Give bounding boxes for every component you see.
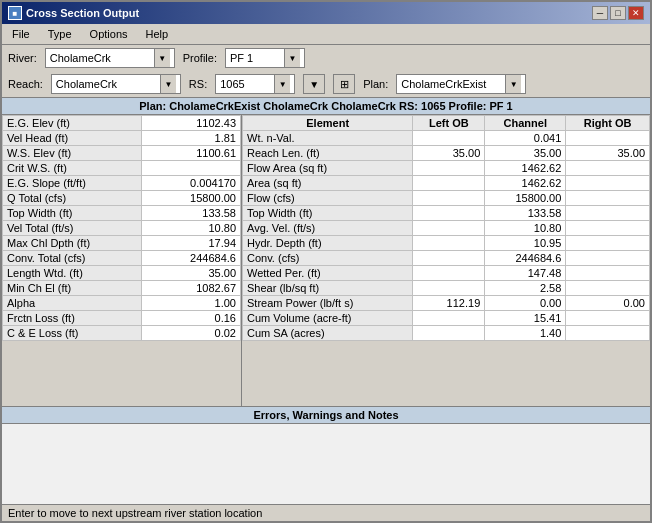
table-row: Cum Volume (acre-ft)15.41 — [243, 311, 650, 326]
river-label: River: — [8, 52, 37, 64]
minimize-button[interactable]: ─ — [592, 6, 608, 20]
table-row: Top Width (ft)133.58 — [243, 206, 650, 221]
rs-input[interactable] — [216, 75, 274, 93]
toolbar-row1: River: ▼ Profile: ▼ — [2, 45, 650, 71]
right-table-value: 15.41 — [485, 311, 566, 326]
reach-label: Reach: — [8, 78, 43, 90]
rs-label: RS: — [189, 78, 207, 90]
right-table-value: 147.48 — [485, 266, 566, 281]
left-table-label: Frctn Loss (ft) — [3, 311, 142, 326]
main-content: E.G. Elev (ft)1102.43Vel Head (ft)1.81W.… — [2, 115, 650, 406]
right-table-value — [413, 131, 485, 146]
right-table-element: Hydr. Depth (ft) — [243, 236, 413, 251]
left-table-label: Conv. Total (cfs) — [3, 251, 142, 266]
reach-input[interactable] — [52, 75, 160, 93]
left-table-label: Vel Head (ft) — [3, 131, 142, 146]
bottom-section: Errors, Warnings and Notes Enter to move… — [2, 406, 650, 521]
table-row: Flow Area (sq ft)1462.62 — [243, 161, 650, 176]
right-table-value — [566, 311, 650, 326]
left-table-label: Q Total (cfs) — [3, 191, 142, 206]
left-table-value: 1102.43 — [141, 116, 240, 131]
plan-combo[interactable]: ▼ — [396, 74, 526, 94]
col-element: Element — [243, 116, 413, 131]
right-table-value — [413, 176, 485, 191]
table-row: Q Total (cfs)15800.00 — [3, 191, 241, 206]
left-table-label: E.G. Slope (ft/ft) — [3, 176, 142, 191]
right-table-value — [566, 131, 650, 146]
table-row: E.G. Slope (ft/ft)0.004170 — [3, 176, 241, 191]
profile-dropdown-btn[interactable]: ▼ — [284, 49, 300, 67]
close-button[interactable]: ✕ — [628, 6, 644, 20]
river-input[interactable] — [46, 49, 154, 67]
plan-input[interactable] — [397, 75, 505, 93]
left-table-label: Length Wtd. (ft) — [3, 266, 142, 281]
right-data-table: Element Left OB Channel Right OB Wt. n-V… — [242, 115, 650, 341]
right-table-element: Top Width (ft) — [243, 206, 413, 221]
right-table-value — [566, 176, 650, 191]
status-bar: Enter to move to next upstream river sta… — [2, 504, 650, 521]
menu-options[interactable]: Options — [84, 26, 134, 42]
table-row: E.G. Elev (ft)1102.43 — [3, 116, 241, 131]
right-table-value — [566, 206, 650, 221]
table-row: Shear (lb/sq ft)2.58 — [243, 281, 650, 296]
river-dropdown-btn[interactable]: ▼ — [154, 49, 170, 67]
rs-nav-icon-btn[interactable]: ⊞ — [333, 74, 355, 94]
right-table-value: 244684.6 — [485, 251, 566, 266]
right-table-value: 2.58 — [485, 281, 566, 296]
right-table-value — [566, 326, 650, 341]
right-table-value: 112.19 — [413, 296, 485, 311]
menu-type[interactable]: Type — [42, 26, 78, 42]
right-table-value — [413, 161, 485, 176]
right-table-value: 1462.62 — [485, 176, 566, 191]
title-buttons: ─ □ ✕ — [592, 6, 644, 20]
profile-combo[interactable]: ▼ — [225, 48, 305, 68]
rs-nav-down-btn[interactable]: ▼ — [303, 74, 325, 94]
reach-dropdown-btn[interactable]: ▼ — [160, 75, 176, 93]
right-table-value — [413, 221, 485, 236]
left-table: E.G. Elev (ft)1102.43Vel Head (ft)1.81W.… — [2, 115, 242, 406]
right-table-element: Flow Area (sq ft) — [243, 161, 413, 176]
rs-combo[interactable]: ▼ — [215, 74, 295, 94]
table-row: Wt. n-Val.0.041 — [243, 131, 650, 146]
right-table-value: 0.00 — [485, 296, 566, 311]
left-table-label: E.G. Elev (ft) — [3, 116, 142, 131]
left-table-value: 0.16 — [141, 311, 240, 326]
maximize-button[interactable]: □ — [610, 6, 626, 20]
right-table-value — [413, 311, 485, 326]
left-table-value: 133.58 — [141, 206, 240, 221]
rs-dropdown-btn[interactable]: ▼ — [274, 75, 290, 93]
title-bar-left: ■ Cross Section Output — [8, 6, 139, 20]
table-row: Area (sq ft)1462.62 — [243, 176, 650, 191]
right-table-value — [566, 236, 650, 251]
col-right-ob: Right OB — [566, 116, 650, 131]
table-row: Hydr. Depth (ft)10.95 — [243, 236, 650, 251]
table-row: Top Width (ft)133.58 — [3, 206, 241, 221]
table-row: Length Wtd. (ft)35.00 — [3, 266, 241, 281]
col-channel: Channel — [485, 116, 566, 131]
table-row: Conv. Total (cfs)244684.6 — [3, 251, 241, 266]
right-table-element: Reach Len. (ft) — [243, 146, 413, 161]
menu-help[interactable]: Help — [140, 26, 175, 42]
right-table: Element Left OB Channel Right OB Wt. n-V… — [242, 115, 650, 406]
plan-label-bar: Plan: CholameCrkExist CholameCrk Cholame… — [2, 98, 650, 115]
left-table-label: Top Width (ft) — [3, 206, 142, 221]
profile-input[interactable] — [226, 49, 284, 67]
right-table-element: Cum SA (acres) — [243, 326, 413, 341]
left-table-value: 10.80 — [141, 221, 240, 236]
table-row: Max Chl Dpth (ft)17.94 — [3, 236, 241, 251]
river-combo[interactable]: ▼ — [45, 48, 175, 68]
plan-dropdown-btn[interactable]: ▼ — [505, 75, 521, 93]
right-table-element: Flow (cfs) — [243, 191, 413, 206]
left-table-label: Min Ch El (ft) — [3, 281, 142, 296]
menu-file[interactable]: File — [6, 26, 36, 42]
left-table-value: 17.94 — [141, 236, 240, 251]
left-table-label: Vel Total (ft/s) — [3, 221, 142, 236]
left-table-value — [141, 161, 240, 176]
right-table-element: Wt. n-Val. — [243, 131, 413, 146]
left-table-value: 1.81 — [141, 131, 240, 146]
left-data-table: E.G. Elev (ft)1102.43Vel Head (ft)1.81W.… — [2, 115, 241, 341]
left-table-value: 0.02 — [141, 326, 240, 341]
right-table-value: 35.00 — [485, 146, 566, 161]
reach-combo[interactable]: ▼ — [51, 74, 181, 94]
right-table-value: 35.00 — [413, 146, 485, 161]
